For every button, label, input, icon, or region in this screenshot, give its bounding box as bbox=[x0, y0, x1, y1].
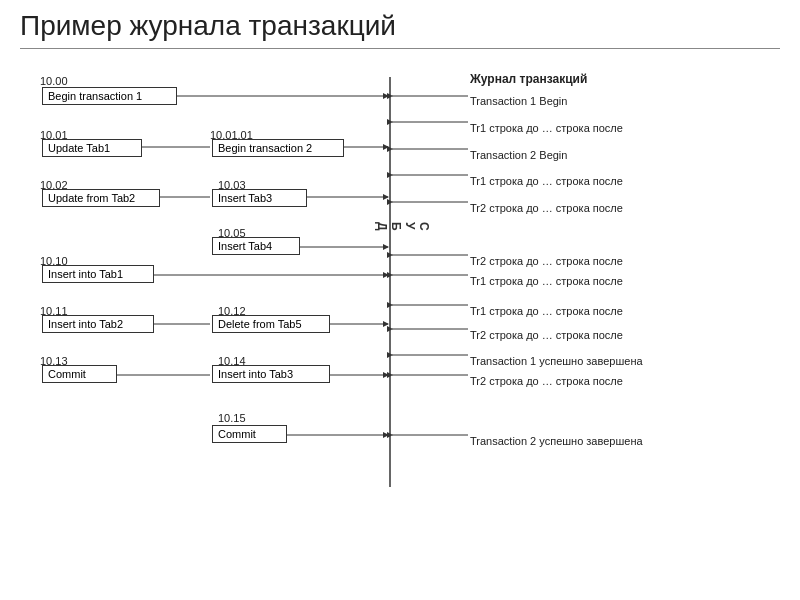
insert-tab1-box: Insert into Tab1 bbox=[42, 265, 154, 283]
commit1-box: Commit bbox=[42, 365, 117, 383]
journal-entry-11: Tr2 строка до … строка после bbox=[470, 375, 623, 387]
begin-transaction-2-box: Begin transaction 2 bbox=[212, 139, 344, 157]
diagram: 10.00 10.01 10.02 10.10 10.11 10.13 10.0… bbox=[20, 57, 780, 547]
update-tab2-box: Update from Tab2 bbox=[42, 189, 160, 207]
journal-entry-9: Tr2 строка до … строка после bbox=[470, 329, 623, 341]
insert-tab3b-box: Insert into Tab3 bbox=[212, 365, 330, 383]
journal-entry-7: Tr1 строка до … строка после bbox=[470, 275, 623, 287]
journal-entry-3: Transaction 2 Begin bbox=[470, 149, 567, 161]
subbd-label: СУБД bbox=[375, 222, 431, 342]
commit2-box: Commit bbox=[212, 425, 287, 443]
begin-transaction-1-box: Begin transaction 1 bbox=[42, 87, 177, 105]
insert-tab4-box: Insert Tab4 bbox=[212, 237, 300, 255]
journal-entry-10: Transaction 1 успешно завершена bbox=[470, 355, 643, 367]
timestamp-1000: 10.00 bbox=[40, 75, 68, 87]
journal-entry-8: Tr1 строка до … строка после bbox=[470, 305, 623, 317]
page-title: Пример журнала транзакций bbox=[20, 10, 780, 42]
insert-tab2-box: Insert into Tab2 bbox=[42, 315, 154, 333]
journal-title: Журнал транзакций bbox=[470, 72, 587, 86]
journal-entry-6: Tr2 строка до … строка после bbox=[470, 255, 623, 267]
journal-entry-5: Tr2 строка до … строка после bbox=[470, 202, 623, 214]
journal-entry-4: Tr1 строка до … строка после bbox=[470, 175, 623, 187]
insert-tab3a-box: Insert Tab3 bbox=[212, 189, 307, 207]
update-tab1-box: Update Tab1 bbox=[42, 139, 142, 157]
delete-tab5-box: Delete from Tab5 bbox=[212, 315, 330, 333]
journal-entry-1: Transaction 1 Begin bbox=[470, 95, 567, 107]
divider bbox=[20, 48, 780, 49]
timestamp-1015: 10.15 bbox=[218, 412, 246, 424]
journal-entry-2: Tr1 строка до … строка после bbox=[470, 122, 623, 134]
page: Пример журнала транзакций 10.00 10.01 10… bbox=[0, 0, 800, 600]
journal-entry-12: Transaction 2 успешно завершена bbox=[470, 435, 643, 447]
